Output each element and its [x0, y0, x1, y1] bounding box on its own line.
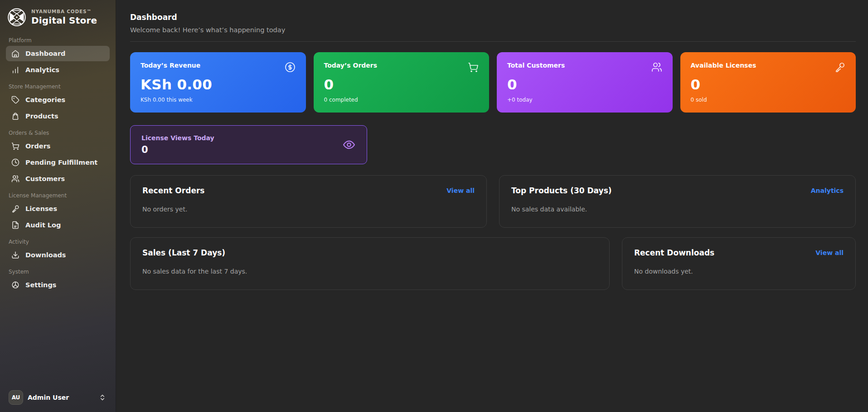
- user-name: Admin User: [28, 394, 69, 401]
- brand-app-name: Digital Store: [31, 15, 97, 26]
- panel-title: Sales (Last 7 Days): [142, 248, 225, 257]
- recent-downloads-view-all-link[interactable]: View all: [815, 249, 844, 256]
- page-title: Dashboard: [130, 13, 856, 22]
- nav-section-activity: Activity: [9, 239, 107, 245]
- empty-state-text: No orders yet.: [142, 206, 475, 213]
- stat-title: Available Licenses: [691, 62, 756, 69]
- eye-icon: [342, 138, 356, 152]
- home-icon: [11, 49, 19, 58]
- page-subtitle: Welcome back! Here’s what’s happening to…: [130, 26, 856, 34]
- dollar-circle-icon: [285, 62, 296, 73]
- stat-card-available-licenses: Available Licenses 0 0 sold: [680, 52, 856, 113]
- main-content: Dashboard Welcome back! Here’s what’s ha…: [116, 0, 868, 412]
- sidebar-item-label: Dashboard: [25, 50, 65, 57]
- stat-cards-row: Today’s Revenue KSh 0.00 KSh 0.00 this w…: [130, 52, 856, 113]
- users-icon: [651, 62, 662, 73]
- key-icon: [11, 205, 19, 213]
- sidebar-item-dashboard[interactable]: Dashboard: [6, 46, 110, 61]
- sales-panel: Sales (Last 7 Days) No sales data for th…: [130, 237, 610, 290]
- shopping-cart-icon: [11, 142, 19, 150]
- stat-subtitle: 0 sold: [691, 97, 846, 103]
- license-views-text: License Views Today 0: [141, 134, 214, 155]
- sidebar-item-label: Analytics: [25, 66, 59, 74]
- chevrons-up-down-icon: [99, 394, 106, 401]
- sidebar-item-categories[interactable]: Categories: [6, 92, 110, 108]
- panels-row-1: Recent Orders View all No orders yet. To…: [130, 175, 856, 228]
- stat-value: KSh 0.00: [141, 76, 296, 93]
- shopping-bag-icon: [11, 112, 19, 120]
- app-window: NYANUMBA CODES™ Digital Store Platform D…: [0, 0, 868, 412]
- stat-card-todays-orders: Today’s Orders 0 0 completed: [314, 52, 490, 113]
- sidebar-item-customers[interactable]: Customers: [6, 171, 110, 186]
- sidebar-item-label: Products: [25, 113, 58, 120]
- panel-title: Recent Orders: [142, 186, 204, 195]
- sidebar-item-audit-log[interactable]: Audit Log: [6, 217, 110, 233]
- stat-card-todays-revenue: Today’s Revenue KSh 0.00 KSh 0.00 this w…: [130, 52, 306, 113]
- panels-row-2: Sales (Last 7 Days) No sales data for th…: [130, 237, 856, 290]
- stat-title: Total Customers: [507, 62, 565, 69]
- users-icon: [11, 175, 19, 183]
- panel-title: Top Products (30 Days): [511, 186, 612, 195]
- user-menu[interactable]: AU Admin User: [6, 387, 110, 406]
- settings-icon: [11, 281, 19, 289]
- empty-state-text: No sales data for the last 7 days.: [142, 268, 597, 275]
- stat-subtitle: +0 today: [507, 97, 662, 103]
- license-views-title: License Views Today: [141, 134, 214, 142]
- nav-section-license-management: License Management: [9, 192, 107, 199]
- brand-logo-icon: [7, 7, 27, 27]
- stat-value: 0: [691, 76, 846, 93]
- shopping-cart-icon: [468, 62, 479, 73]
- nav-section-store-management: Store Management: [9, 83, 107, 90]
- clock-icon: [11, 158, 19, 167]
- nav-section-orders-sales: Orders & Sales: [9, 130, 107, 136]
- avatar: AU: [9, 390, 23, 405]
- brand-text: NYANUMBA CODES™ Digital Store: [31, 9, 97, 26]
- sidebar-item-pending-fulfillment[interactable]: Pending Fulfillment: [6, 155, 110, 170]
- tag-icon: [11, 96, 19, 104]
- stat-subtitle: KSh 0.00 this week: [141, 97, 296, 103]
- sidebar-item-licenses[interactable]: Licenses: [6, 201, 110, 216]
- top-products-analytics-link[interactable]: Analytics: [811, 187, 844, 194]
- sidebar-item-settings[interactable]: Settings: [6, 277, 110, 293]
- panel-title: Recent Downloads: [634, 248, 714, 257]
- sidebar-item-label: Orders: [25, 142, 50, 150]
- sidebar-item-products[interactable]: Products: [6, 108, 110, 124]
- sidebar-item-label: Pending Fulfillment: [25, 159, 97, 166]
- recent-orders-panel: Recent Orders View all No orders yet.: [130, 175, 487, 228]
- top-products-panel: Top Products (30 Days) Analytics No sale…: [499, 175, 856, 228]
- sidebar-item-label: Downloads: [25, 251, 66, 259]
- sidebar: NYANUMBA CODES™ Digital Store Platform D…: [0, 0, 116, 412]
- sidebar-nav: Platform Dashboard Analytics Store Manag…: [6, 32, 110, 293]
- header-divider: [130, 41, 856, 42]
- bar-chart-icon: [11, 66, 19, 74]
- sidebar-item-label: Customers: [25, 175, 65, 182]
- stat-value: 0: [507, 76, 662, 93]
- sidebar-item-analytics[interactable]: Analytics: [6, 62, 110, 78]
- page-header: Dashboard Welcome back! Here’s what’s ha…: [130, 13, 856, 34]
- brand: NYANUMBA CODES™ Digital Store: [6, 5, 110, 32]
- sidebar-item-downloads[interactable]: Downloads: [6, 247, 110, 263]
- stat-card-total-customers: Total Customers 0 +0 today: [497, 52, 673, 113]
- key-icon: [834, 62, 845, 73]
- download-icon: [11, 251, 19, 259]
- sidebar-item-label: Categories: [25, 96, 65, 103]
- license-views-card: License Views Today 0: [130, 125, 367, 164]
- nav-section-platform: Platform: [9, 37, 107, 44]
- file-text-icon: [11, 221, 19, 229]
- license-views-value: 0: [141, 144, 214, 155]
- recent-orders-view-all-link[interactable]: View all: [446, 187, 475, 194]
- stat-subtitle: 0 completed: [324, 97, 479, 103]
- stat-title: Today’s Revenue: [141, 62, 200, 69]
- brand-company: NYANUMBA CODES™: [31, 9, 97, 14]
- sidebar-item-label: Licenses: [25, 205, 57, 212]
- empty-state-text: No sales data available.: [511, 206, 844, 213]
- sidebar-item-label: Audit Log: [25, 221, 61, 229]
- recent-downloads-panel: Recent Downloads View all No downloads y…: [622, 237, 856, 290]
- empty-state-text: No downloads yet.: [634, 268, 844, 275]
- stat-value: 0: [324, 76, 479, 93]
- sidebar-item-orders[interactable]: Orders: [6, 138, 110, 154]
- sidebar-item-label: Settings: [25, 281, 56, 289]
- nav-section-system: System: [9, 269, 107, 275]
- stat-title: Today’s Orders: [324, 62, 378, 69]
